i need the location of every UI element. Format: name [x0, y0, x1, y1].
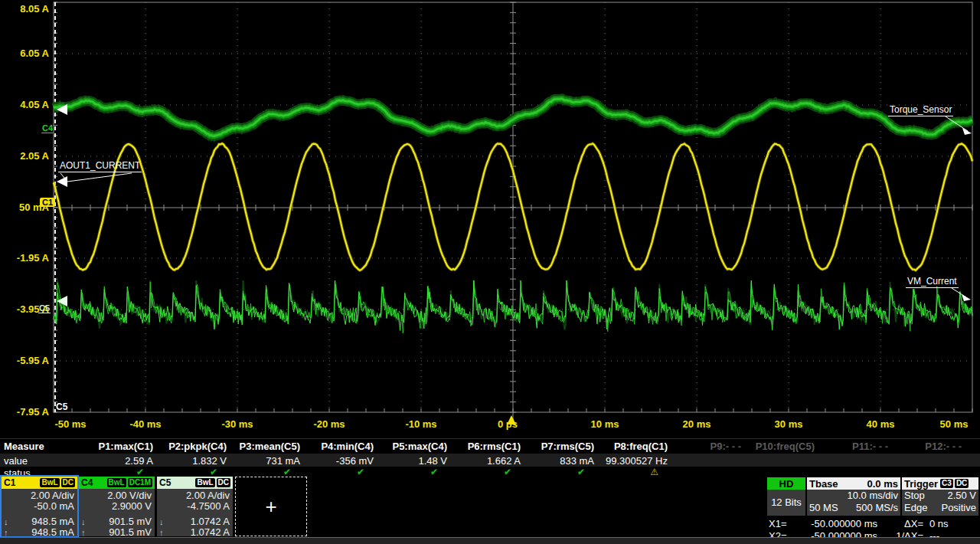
hd-label: HD: [767, 477, 805, 490]
channel-min: 948.5 mA: [31, 516, 74, 527]
channel-offset: -4.7500 A: [157, 501, 233, 512]
x-axis-label: 20 ms: [683, 418, 711, 430]
measure-column-header[interactable]: P4:min(C4): [306, 441, 380, 452]
channel-id: C5: [159, 477, 171, 488]
coupling-badge: DC1M: [128, 478, 152, 487]
measure-table: Measure value status P1:max(C1)2.59 A✔P2…: [0, 438, 980, 477]
measure-value: 1.662 A: [453, 455, 527, 467]
timebase-scale: 10.0 ms/div: [807, 490, 900, 502]
measure-column-header[interactable]: P10:freq(C5): [747, 441, 821, 452]
timebase-rate: 500 MS/s: [856, 502, 898, 514]
bottom-divider: [0, 537, 980, 544]
trigger-source-badge: C3: [940, 479, 953, 488]
measure-value: 99.300527 Hz: [600, 455, 674, 467]
y-axis-label: 6.05 A: [0, 48, 54, 59]
measure-column-header[interactable]: P9:- - -: [674, 441, 747, 452]
waveform-display[interactable]: [0, 0, 980, 437]
x-axis-label: -50 ms: [54, 418, 86, 430]
trigger-mode: Stop: [904, 490, 925, 502]
measure-value: 833 mA: [527, 455, 600, 467]
status-ok-icon: ✔: [527, 467, 600, 477]
channel-min: 1.0742 A: [191, 516, 230, 527]
channel-marker-c5[interactable]: C5: [38, 303, 51, 313]
y-axis-label: -1.95 A: [0, 252, 54, 264]
measure-value: 731 mA: [233, 455, 306, 467]
trace-label-torque-sensor[interactable]: Torque_Sensor: [888, 104, 953, 116]
cursor-readout-x1: X1= -50.000000 ms ΔX= 0 ns: [769, 518, 978, 529]
min-arrow-icon: ↓: [4, 516, 8, 527]
channel-max: 948.5 mA: [31, 526, 74, 538]
x1-label: X1=: [769, 518, 787, 529]
measure-column-header[interactable]: P11:- - -: [821, 441, 894, 452]
trigger-label: Trigger: [904, 478, 938, 490]
measure-column-header[interactable]: P6:rms(C1): [453, 441, 527, 452]
x-axis-label: -30 ms: [221, 418, 253, 430]
timebase-samples: 50 MS: [809, 502, 838, 514]
measure-column-header[interactable]: P5:max(C4): [380, 441, 453, 452]
measure-column-header[interactable]: P12:- - -: [894, 441, 968, 452]
y-axis-label: -5.95 A: [0, 355, 54, 366]
trigger-type: Edge: [904, 502, 927, 514]
oscilloscope-app: 8.05 A6.05 A4.05 A2.05 A50 mA-1.95 A-3.9…: [0, 0, 980, 544]
x-axis-label: -40 ms: [129, 418, 161, 430]
measure-value: 1.832 V: [159, 455, 233, 467]
x-axis-label: 30 ms: [775, 418, 803, 430]
y-axis-label: 8.05 A: [0, 3, 54, 15]
channel-box-c4[interactable]: C4 BwL DC1M 2.00 V/div 2.9000 V ↓901.5 m…: [79, 477, 155, 536]
trigger-position-marker[interactable]: [507, 415, 516, 424]
channel-min: 901.5 mV: [109, 516, 152, 527]
measure-value: -356 mV: [306, 455, 380, 467]
trace-label-vm-current[interactable]: VM_Current: [906, 276, 959, 288]
status-ok-icon: ✔: [233, 467, 306, 477]
bandwidth-limit-badge: BwL: [107, 478, 126, 487]
measure-column-header[interactable]: P7:rms(C5): [527, 441, 600, 452]
coupling-badge: DC: [217, 478, 230, 487]
y-axis-label: 4.05 A: [0, 99, 54, 110]
dx-value: 0 ns: [929, 518, 949, 529]
x1-value: -50.000000 ms: [789, 518, 877, 529]
channel-id: C1: [4, 477, 15, 488]
channel-box-c1[interactable]: C1 BwL DC 2.00 A/div -50.0 mA ↓948.5 mA …: [2, 477, 77, 536]
status-warning-icon: ⚠: [600, 467, 674, 477]
y-axis-label: 2.05 A: [0, 150, 54, 162]
timebase-box[interactable]: Tbase 0.0 ms 10.0 ms/div 50 MS 500 MS/s: [807, 477, 900, 516]
trigger-slope: Positive: [941, 502, 976, 514]
timebase-label: Tbase: [809, 478, 838, 490]
trigger-box[interactable]: Trigger C3 DC Stop 2.50 V Edge Positive: [902, 477, 978, 516]
hd-mode-box[interactable]: HD 12 Bits: [767, 477, 805, 516]
measure-value: 2.59 A: [86, 455, 159, 467]
channel-max: 901.5 mV: [109, 526, 152, 538]
status-ok-icon: ✔: [453, 467, 527, 477]
timebase-position: 0.0 ms: [867, 478, 898, 490]
x-axis-label: 50 ms: [940, 418, 969, 430]
x-axis-label: -10 ms: [405, 418, 436, 430]
coupling-badge: DC: [61, 478, 75, 487]
channel-box-c5[interactable]: C5 BwL DC 2.00 A/div -4.7500 A ↓1.0742 A…: [157, 477, 233, 536]
channel-scale: 2.00 A/div: [157, 490, 233, 501]
status-ok-icon: ✔: [86, 467, 159, 477]
measure-column-header[interactable]: P2:pkpk(C4): [159, 441, 233, 452]
measure-column-header[interactable]: P3:mean(C5): [233, 441, 306, 452]
x-axis-label: 40 ms: [867, 418, 895, 430]
bandwidth-limit-badge: BwL: [195, 478, 214, 487]
bandwidth-limit-badge: BwL: [40, 478, 59, 487]
channel-id: C4: [81, 477, 93, 488]
channel-scale: 2.00 V/div: [79, 490, 155, 501]
min-arrow-icon: ↓: [81, 516, 86, 527]
trace-label-aout1-current[interactable]: AOUT1_CURRENT: [58, 160, 142, 172]
measure-row-value: value: [4, 455, 28, 467]
hd-bits: 12 Bits: [767, 490, 805, 515]
channel-marker-c4[interactable]: C4: [41, 123, 54, 133]
measure-column-header[interactable]: P8:freq(C1): [600, 441, 674, 452]
add-channel-button[interactable]: +: [235, 477, 307, 536]
dx-label: ΔX=: [884, 518, 923, 529]
measure-row-title: Measure: [4, 441, 44, 452]
channel-offset: 2.9000 V: [79, 501, 155, 512]
grid-corner-label: C5: [56, 401, 67, 412]
measure-value: 1.48 V: [380, 455, 453, 467]
measure-column-header[interactable]: P1:max(C1): [86, 441, 159, 452]
channel-scale: 2.00 A/div: [2, 490, 77, 501]
x-axis-label: -20 ms: [313, 418, 345, 430]
plus-icon: +: [265, 496, 276, 516]
channel-marker-c1[interactable]: C1: [40, 198, 55, 207]
